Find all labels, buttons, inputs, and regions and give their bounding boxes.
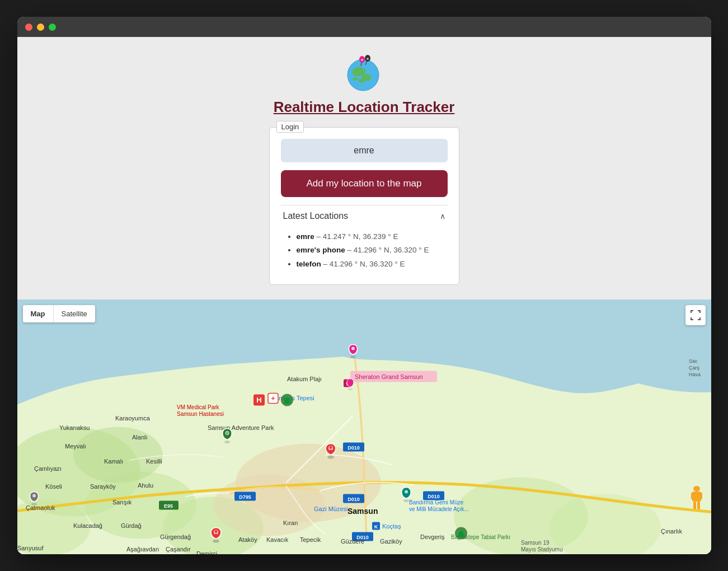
svg-text:Kıran: Kıran [283,519,298,526]
svg-text:Kamalı: Kamalı [104,457,123,464]
chevron-up-icon: ∧ [440,212,445,221]
svg-text:🌲: 🌲 [457,528,466,538]
svg-point-18 [73,427,163,483]
titlebar [17,17,711,37]
satellite-view-button[interactable]: Satellite [54,305,95,322]
svg-text:🌲: 🌲 [283,395,292,405]
list-item: emre – 41.247 ° N, 36.239 ° E [297,230,448,244]
map-section: E95 D010 D010 D010 D010 D795 [17,299,711,554]
svg-rect-113 [697,502,700,509]
svg-text:Aşağıavdan: Aşağıavdan [126,545,159,552]
svg-text:E95: E95 [163,503,172,508]
svg-point-94 [224,441,230,443]
traffic-lights [25,24,56,31]
content-area: Realtime Location Tracker Login Add my l… [17,37,711,554]
globe-icon [342,48,387,93]
svg-text:Amisos Tepesi: Amisos Tepesi [275,394,314,401]
close-button[interactable] [25,24,32,31]
svg-text:Çarş: Çarş [689,364,700,370]
fullscreen-button[interactable] [685,305,706,325]
svg-text:Sac: Sac [689,358,698,363]
map-container[interactable]: E95 D010 D010 D010 D010 D795 [17,299,711,554]
svg-text:Samsun Hastanesi: Samsun Hastanesi [177,410,224,416]
svg-point-98 [32,494,36,497]
add-location-button[interactable]: Add my location to the map [281,170,448,197]
svg-text:Devgeriş: Devgeriş [420,533,445,540]
svg-point-89 [327,455,334,458]
svg-text:Karaoyumca: Karaoyumca [115,414,151,421]
svg-text:D010: D010 [428,493,440,499]
svg-text:Mayıs Stadyumu: Mayıs Stadyumu [521,546,562,552]
locations-list: emre – 41.247 ° N, 36.239 ° E emre's pho… [281,227,448,273]
svg-point-102 [213,539,219,542]
svg-text:Tepecik: Tepecik [300,536,321,542]
svg-text:Sarıyusuf: Sarıyusuf [17,544,44,551]
svg-text:Samsun: Samsun [347,506,378,515]
svg-rect-112 [693,502,696,509]
map-view-button[interactable]: Map [23,305,53,322]
svg-text:Güzdere: Güzdere [341,537,364,544]
svg-point-101 [348,388,353,390]
svg-text:Sarayköy: Sarayköy [90,483,116,489]
svg-text:Atakum Plajı: Atakum Plajı [287,375,322,382]
username-input[interactable] [281,139,448,162]
svg-text:Alanlı: Alanlı [132,433,148,440]
top-section: Realtime Location Tracker Login Add my l… [17,37,711,299]
app-title: Realtime Location Tracker [274,99,455,116]
svg-text:Kulacadağ: Kulacadağ [73,522,102,528]
login-legend: Login [276,121,304,133]
svg-point-93 [351,347,355,350]
svg-text:Ahulu: Ahulu [138,481,153,488]
svg-text:Çınarlık: Çınarlık [661,527,682,534]
list-item: telefon – 41.296 ° N, 36.320 ° E [297,258,448,271]
svg-text:VM Medical Park: VM Medical Park [177,404,220,410]
svg-text:Gürgendağ: Gürgendağ [160,533,191,540]
svg-rect-111 [699,493,702,499]
svg-point-100 [405,490,408,493]
svg-text:D795: D795 [239,494,251,499]
svg-text:Samsun 19: Samsun 19 [521,539,549,545]
svg-text:Çatmaoluk: Çatmaoluk [26,504,55,511]
svg-point-104 [214,530,217,533]
app-window: Realtime Location Tracker Login Add my l… [17,17,711,554]
svg-rect-110 [691,493,694,499]
svg-point-92 [350,355,356,358]
svg-text:Gaziköy: Gaziköy [380,537,402,544]
svg-point-5 [353,77,358,81]
svg-text:Ataköy: Ataköy [238,536,257,542]
svg-point-91 [329,446,332,449]
svg-text:Kesilli: Kesilli [146,457,162,464]
minimize-button[interactable] [37,24,44,31]
svg-text:Koçtaş: Koçtaş [382,522,401,529]
svg-text:D010: D010 [347,496,360,502]
svg-text:+: + [271,394,275,402]
svg-point-97 [31,503,37,506]
svg-text:Hava: Hava [689,371,701,377]
latest-locations-title: Latest Locations [283,211,349,221]
svg-text:K: K [374,523,378,529]
svg-text:H: H [256,395,261,404]
svg-text:Kavacık: Kavacık [266,536,289,542]
svg-text:Çaşandır: Çaşandır [166,545,191,552]
login-card: Login Add my location to the map Latest … [269,127,459,285]
map-type-toggle: Map Satellite [23,305,95,322]
svg-text:Yukarıaksu: Yukarıaksu [59,424,90,430]
svg-point-9 [361,59,363,61]
svg-point-99 [403,499,409,502]
svg-text:Köseli: Köseli [45,483,62,489]
list-item: emre's phone – 41.296 ° N, 36.320 ° E [297,244,448,257]
svg-text:Gürdağ: Gürdağ [121,522,142,528]
latest-locations-header[interactable]: Latest Locations ∧ [281,205,448,227]
svg-text:Bandırma Gemi Müze: Bandırma Gemi Müze [409,499,464,505]
svg-text:Meyvalı: Meyvalı [65,442,86,449]
svg-text:Sheraton Grand Samsun: Sheraton Grand Samsun [355,373,423,380]
svg-text:Sarışık: Sarışık [112,498,132,505]
street-view-pegman[interactable] [688,485,706,509]
svg-text:D010: D010 [347,444,360,450]
svg-rect-108 [693,486,700,492]
svg-text:Gazi Müzesi: Gazi Müzesi [314,505,348,512]
maximize-button[interactable] [49,24,56,31]
svg-text:Samsun Adventure Park: Samsun Adventure Park [208,424,274,430]
svg-text:Çamlıyazı: Çamlıyazı [34,465,62,471]
svg-point-4 [359,78,365,83]
